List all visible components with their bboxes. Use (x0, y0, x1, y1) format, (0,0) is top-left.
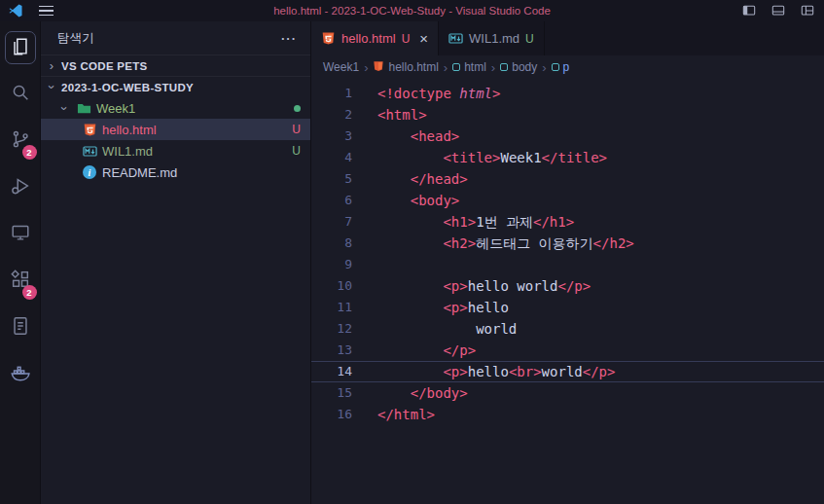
activitybar-run-debug[interactable] (0, 164, 41, 211)
line-number[interactable]: 10 (311, 275, 352, 297)
code-line[interactable]: 10 <p>hello world</p> (311, 275, 824, 297)
breadcrumb-p[interactable]: p (552, 60, 570, 74)
chevron-right-icon: › (44, 58, 59, 73)
code-line[interactable]: 13 </p> (311, 340, 824, 361)
close-icon[interactable]: × (419, 30, 428, 47)
code-text: world (352, 318, 517, 340)
markdown-file-icon (448, 31, 463, 46)
menu-icon[interactable] (39, 6, 54, 17)
title-bar: hello.html - 2023-1-OC-Web-Study - Visua… (0, 0, 824, 21)
markdown-file-icon (83, 144, 97, 159)
breadcrumb-hello-html[interactable]: hello.html (373, 60, 438, 75)
code-text: <p>hello world</p> (352, 275, 591, 297)
source-control-badge: 2 (22, 145, 37, 160)
info-icon: i (83, 165, 97, 180)
activitybar-explorer[interactable] (0, 24, 41, 71)
tab-hello-html[interactable]: hello.html U × (311, 21, 439, 55)
line-number[interactable]: 15 (311, 382, 352, 404)
chevron-down-icon: › (45, 80, 59, 95)
activitybar-notes[interactable] (0, 305, 41, 351)
code-line[interactable]: 14 <p>hello<br>world</p> (311, 361, 824, 382)
breadcrumb-html[interactable]: html (452, 60, 486, 74)
search-icon (10, 82, 31, 107)
code-text: </html> (352, 404, 435, 425)
code-text: <h2>헤드태그 이용하기</h2> (352, 233, 634, 254)
tab-label: hello.html (341, 31, 396, 46)
git-status-badge: U (292, 123, 301, 136)
activitybar-remote-explorer[interactable] (0, 211, 41, 258)
activitybar-search[interactable] (0, 71, 41, 118)
code-text: <head> (352, 126, 459, 147)
line-number[interactable]: 12 (311, 318, 352, 340)
sidebar-header: 탐색기 ··· (41, 21, 310, 54)
tree-item-wil1-md[interactable]: WIL1.md U (41, 140, 310, 162)
section-workspace[interactable]: › 2023-1-OC-WEB-STUDY (41, 76, 310, 97)
code-line[interactable]: 8 <h2>헤드태그 이용하기</h2> (311, 233, 824, 254)
sidebar-title: 탐색기 (57, 30, 94, 47)
chevron-down-icon: › (57, 100, 72, 116)
run-debug-icon (10, 175, 31, 200)
tree-item-readme-md[interactable]: i README.md (41, 162, 310, 183)
code-line[interactable]: 11 <p>hello (311, 297, 824, 318)
code-line[interactable]: 2<html> (311, 104, 824, 126)
tree-item-label: hello.html (102, 123, 157, 137)
activity-bar: 2 2 (0, 21, 41, 504)
section-vs-code-pets[interactable]: › VS CODE PETS (41, 54, 310, 76)
tab-wil1-md[interactable]: WIL1.md U (439, 21, 545, 55)
line-number[interactable]: 5 (311, 168, 352, 190)
line-number[interactable]: 7 (311, 211, 352, 233)
html-file-icon (321, 31, 336, 46)
code-line[interactable]: 4 <title>Week1</title> (311, 147, 824, 168)
window-title: hello.html - 2023-1-OC-Web-Study - Visua… (0, 5, 824, 17)
chevron-separator-icon: › (491, 60, 495, 75)
notebook-icon (10, 315, 31, 341)
html-file-icon (83, 123, 97, 137)
editor-area: hello.html U × WIL1.md U Week1 › (311, 21, 824, 504)
breadcrumb: Week1 › hello.html › html › body (311, 55, 824, 79)
chevron-separator-icon: › (444, 60, 448, 75)
activitybar-docker[interactable] (0, 351, 41, 398)
more-actions-icon[interactable]: ··· (281, 31, 297, 46)
customize-layout-icon[interactable] (801, 4, 814, 18)
window-controls (742, 4, 814, 18)
tree-item-week1-folder[interactable]: › Week1 (41, 97, 310, 119)
chevron-separator-icon: › (542, 60, 546, 75)
line-number[interactable]: 16 (311, 404, 352, 425)
code-line[interactable]: 15 </body> (311, 382, 824, 404)
code-line[interactable]: 5 </head> (311, 168, 824, 190)
chevron-separator-icon: › (364, 60, 368, 75)
line-number[interactable]: 4 (311, 147, 352, 168)
code-line[interactable]: 1<!doctype html> (311, 83, 824, 104)
code-line[interactable]: 16</html> (311, 404, 824, 425)
line-number[interactable]: 14 (311, 361, 352, 382)
activitybar-source-control[interactable]: 2 (0, 118, 41, 164)
line-number[interactable]: 6 (311, 190, 352, 211)
tree-item-label: Week1 (96, 101, 135, 116)
code-line[interactable]: 6 <body> (311, 190, 824, 211)
code-line[interactable]: 3 <head> (311, 126, 824, 147)
line-number[interactable]: 8 (311, 233, 352, 254)
code-line[interactable]: 7 <h1>1번 과제</h1> (311, 211, 824, 233)
breadcrumb-body[interactable]: body (500, 60, 537, 74)
git-changes-dot (294, 105, 301, 112)
files-icon (5, 31, 36, 64)
line-number[interactable]: 11 (311, 297, 352, 318)
activitybar-extensions[interactable]: 2 (0, 258, 41, 305)
toggle-primary-sidebar-icon[interactable] (742, 4, 756, 18)
code-text: </p> (352, 340, 476, 361)
tab-label: WIL1.md (469, 31, 519, 46)
line-number[interactable]: 9 (311, 254, 352, 275)
tree-item-hello-html[interactable]: hello.html U (41, 119, 310, 140)
breadcrumb-week1[interactable]: Week1 (323, 60, 359, 74)
toggle-panel-icon[interactable] (771, 4, 785, 18)
code-line[interactable]: 12 world (311, 318, 824, 340)
line-number[interactable]: 3 (311, 126, 352, 147)
folder-icon (77, 101, 91, 116)
line-number[interactable]: 2 (311, 104, 352, 126)
code-lines: 1<!doctype html>2<html>3 <head>4 <title>… (311, 79, 824, 504)
extensions-badge: 2 (22, 285, 37, 300)
line-number[interactable]: 13 (311, 340, 352, 361)
code-text: <body> (352, 190, 459, 211)
line-number[interactable]: 1 (311, 83, 352, 104)
code-line[interactable]: 9 (311, 254, 824, 275)
